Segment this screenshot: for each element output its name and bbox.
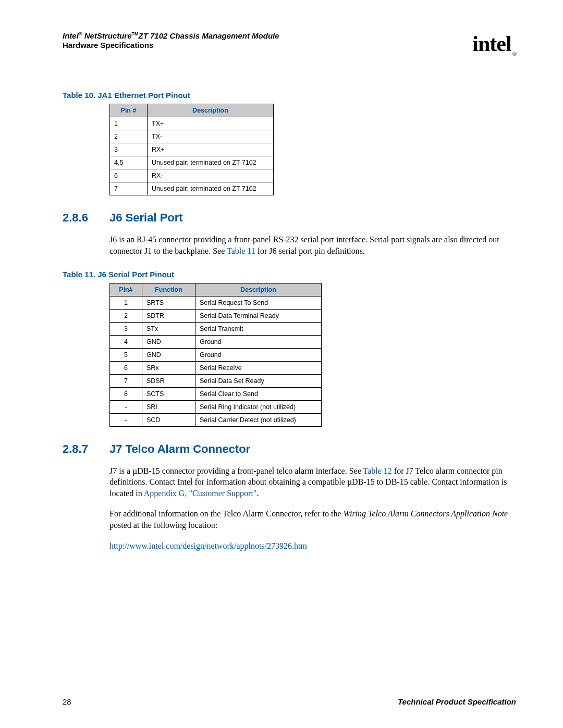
tm-mark: TM xyxy=(132,31,139,36)
doc-subtitle: Hardware Specifications xyxy=(63,41,279,50)
table10-caption: Table 10. JA1 Ethernet Port Pinout xyxy=(63,91,516,100)
crossref-link[interactable]: Appendix G, "Customer Support" xyxy=(144,489,257,498)
table11-header-desc: Description xyxy=(195,283,322,296)
section-286-heading: 2.8.6 J6 Serial Port xyxy=(63,211,516,225)
footer-doc-type: Technical Product Specification xyxy=(398,697,516,706)
table11-caption: Table 11. J6 Serial Port Pinout xyxy=(63,270,516,279)
appnote-title: Wiring Telco Alarm Connectors Applicatio… xyxy=(344,509,508,518)
page-footer: 28 Technical Product Specification xyxy=(63,697,516,706)
title-pre: Intel xyxy=(63,31,79,40)
table-row: 5GNDGround xyxy=(110,348,322,361)
table-row: 6RX- xyxy=(110,169,274,182)
table11: Pin# Function Description 1SRTSSerial Re… xyxy=(109,283,322,427)
table10-header-desc: Description xyxy=(148,104,274,117)
doc-title: Intel® NetStructureTMZT 7102 Chassis Man… xyxy=(63,31,279,40)
section-title: J7 Telco Alarm Connector xyxy=(109,442,250,456)
section-287-heading: 2.8.7 J7 Telco Alarm Connector xyxy=(63,442,516,456)
table-row: -SRISerial Ring Indicator (not utilized) xyxy=(110,400,322,413)
table11-header-func: Function xyxy=(142,283,195,296)
table-row: 1TX+ xyxy=(110,117,274,130)
table-row: 2TX- xyxy=(110,130,274,143)
table11-header-pin: Pin# xyxy=(110,283,142,296)
page-header: Intel® NetStructureTMZT 7102 Chassis Man… xyxy=(63,31,516,57)
table-row: 3RX+ xyxy=(110,143,274,156)
section-title: J6 Serial Port xyxy=(109,211,183,225)
table-row: 7SDSRSerial Data Set Ready xyxy=(110,374,322,387)
table-row: 2SDTRSerial Data Terminal Ready xyxy=(110,309,322,322)
page-number: 28 xyxy=(63,697,71,706)
section-286-para: J6 is an RJ-45 connector providing a fro… xyxy=(109,234,516,256)
intel-logo: intel® xyxy=(472,31,516,57)
table-row: 6SRxSerial Receive xyxy=(110,361,322,374)
crossref-link[interactable]: Table 12 xyxy=(363,466,392,475)
logo-reg: ® xyxy=(512,51,516,57)
title-mid: NetStructure xyxy=(82,31,131,40)
table-row: 4GNDGround xyxy=(110,335,322,348)
section-287-para1: J7 is a µDB-15 connector providing a fro… xyxy=(109,465,516,499)
table-row: 7Unused pair; terminated on ZT 7102 xyxy=(110,182,274,195)
table-row: 4,5Unused pair; terminated on ZT 7102 xyxy=(110,156,274,169)
section-number: 2.8.7 xyxy=(63,442,109,456)
table10-header-pin: Pin # xyxy=(110,104,148,117)
logo-text: intel xyxy=(472,32,511,56)
crossref-link[interactable]: Table 11 xyxy=(227,246,255,255)
table10: Pin # Description 1TX+ 2TX- 3RX+ 4,5Unus… xyxy=(109,104,274,195)
table-row: 1SRTSSerial Request To Send xyxy=(110,296,322,309)
title-post: ZT 7102 Chassis Management Module xyxy=(139,31,279,40)
section-287-para3: http://www.intel.com/design/network/appl… xyxy=(109,540,516,552)
url-link[interactable]: http://www.intel.com/design/network/appl… xyxy=(109,541,307,550)
table-row: -SCDSerial Carrier Detect (not utilized) xyxy=(110,413,322,426)
table-row: 8SCTSSerial Clear to Send xyxy=(110,387,322,400)
section-287-para2: For additional information on the Telco … xyxy=(109,508,516,530)
section-number: 2.8.6 xyxy=(63,211,109,225)
table-row: 3STxSerial Transmit xyxy=(110,322,322,335)
header-left: Intel® NetStructureTMZT 7102 Chassis Man… xyxy=(63,31,279,50)
